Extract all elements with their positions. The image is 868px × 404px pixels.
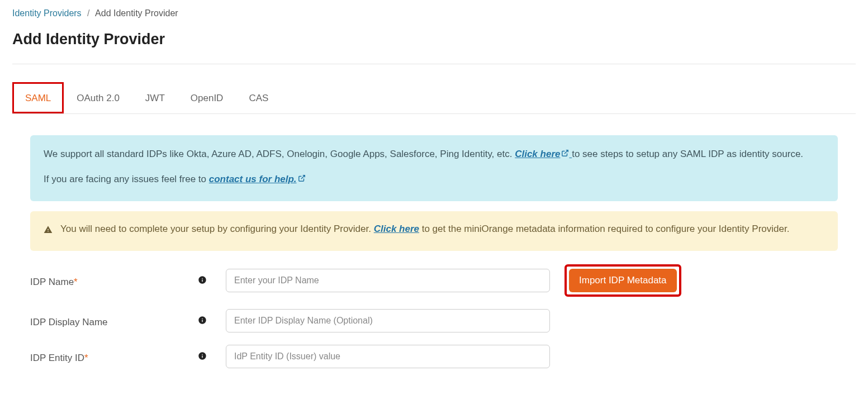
external-link-icon [298,172,306,188]
svg-line-0 [565,150,568,154]
import-idp-metadata-button[interactable]: Import IDP Metadata [569,269,677,292]
tab-cas[interactable]: CAS [236,82,281,113]
info-link-setup-steps[interactable]: Click here [515,149,572,159]
tab-oauth[interactable]: OAuth 2.0 [64,82,132,113]
warning-banner: You will need to complete your setup by … [30,211,838,251]
breadcrumb-current: Add Identity Provider [95,8,178,18]
breadcrumb: Identity Providers / Add Identity Provid… [12,8,856,18]
required-indicator: * [84,353,88,363]
tab-jwt[interactable]: JWT [132,82,178,113]
idp-display-name-label-text: IDP Display Name [30,317,108,327]
info-link-setup-steps-label: Click here [515,149,560,159]
idp-entity-id-label: IDP Entity ID* [30,349,198,364]
warn-text-a: You will need to complete your setup by … [60,224,374,234]
title-divider [12,64,856,64]
info-banner-line1: We support all standard IDPs like Okta, … [44,146,824,163]
svg-line-1 [301,175,304,179]
idp-name-label-text: IDP Name [30,277,74,287]
external-link-icon [561,146,569,163]
page-title: Add Identity Provider [12,31,856,48]
info-text-2a: If you are facing any issues feel free t… [44,174,209,184]
required-indicator: * [74,277,78,287]
warn-link-metadata[interactable]: Click here [374,224,419,234]
import-button-highlight: Import IDP Metadata [565,264,681,297]
idp-name-input[interactable] [226,269,550,292]
idp-display-name-label: IDP Display Name [30,313,198,328]
form-row-idp-display-name: IDP Display Name [30,309,838,332]
form-row-idp-entity-id: IDP Entity ID* [30,345,838,368]
info-icon[interactable] [198,353,207,362]
warning-text: You will need to complete your setup by … [60,221,789,237]
tab-saml[interactable]: SAML [12,82,64,113]
idp-entity-id-label-text: IDP Entity ID [30,353,84,363]
idp-entity-id-input[interactable] [226,345,550,368]
tab-openid[interactable]: OpenID [178,82,236,113]
info-icon[interactable] [198,317,207,326]
info-banner: We support all standard IDPs like Okta, … [30,135,838,201]
info-text-1b: to see steps to setup any SAML IDP as id… [572,149,803,159]
info-link-contact-help[interactable]: contact us for help. [209,174,306,184]
breadcrumb-parent-link[interactable]: Identity Providers [12,8,82,18]
warning-icon [44,224,53,240]
info-icon[interactable] [198,277,207,286]
tab-content: We support all standard IDPs like Okta, … [12,114,856,368]
idp-name-label: IDP Name* [30,273,198,288]
info-banner-line2: If you are facing any issues feel free t… [44,172,824,188]
form-row-idp-name: IDP Name* Import IDP Metadata [30,264,838,297]
idp-display-name-input[interactable] [226,309,550,332]
warn-text-b: to get the miniOrange metadata informati… [422,224,790,234]
breadcrumb-separator: / [87,8,89,18]
info-link-contact-help-label: contact us for help. [209,174,297,184]
info-text-1a: We support all standard IDPs like Okta, … [44,149,515,159]
protocol-tabs: SAML OAuth 2.0 JWT OpenID CAS [12,82,856,114]
